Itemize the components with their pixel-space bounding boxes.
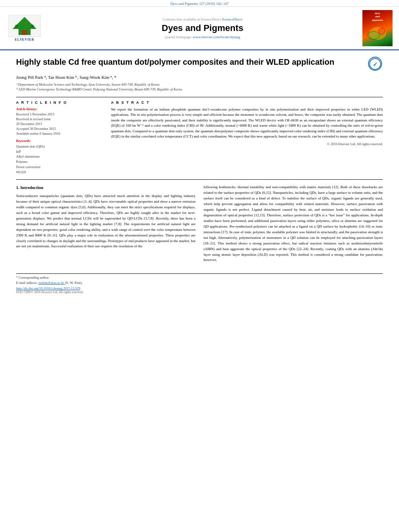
keyword-6: WLED xyxy=(16,170,105,175)
svg-rect-2 xyxy=(22,30,27,35)
email-link[interactable]: swkim@ajou.ac.kr xyxy=(38,281,65,285)
svg-point-4 xyxy=(31,25,34,28)
doi-line: http://dx.doi.org/10.1016/j.dyepig.2015.… xyxy=(16,286,383,290)
elsevier-brand: ELSEVIER xyxy=(6,15,43,41)
section-title-text: Introduction xyxy=(21,185,43,190)
received-revised-label: Received in revised form xyxy=(16,117,105,121)
separator-top xyxy=(16,97,383,97)
journal-citation-bar: Dyes and Pigments 127 (2016) 142–147 xyxy=(0,0,399,7)
article-info-abstract: A R T I C L E I N F O Article history: R… xyxy=(16,101,383,175)
keyword-4: Polymer xyxy=(16,159,105,164)
journal-title-header: Dyes and Pigments xyxy=(47,23,358,33)
svg-point-3 xyxy=(15,25,18,28)
abstract-heading: A B S T R A C T xyxy=(111,101,383,105)
journal-cover-label: dyesandpigments xyxy=(372,12,383,22)
body-content: 1. Introduction Semiconductor nanopartic… xyxy=(16,185,383,265)
doi-link[interactable]: http://dx.doi.org/10.1016/j.dyepig.2015.… xyxy=(16,286,80,290)
footnote-area: * Corresponding author. E-mail address: … xyxy=(16,273,383,294)
journal-header: ELSEVIER Contents lists available at Sci… xyxy=(0,7,399,50)
sciencedirect-link: Contents lists available at ScienceDirec… xyxy=(47,17,358,21)
available-date: Available online 8 January 2016 xyxy=(16,131,105,136)
copyright: © 2016 Elsevier Ltd. All rights reserved… xyxy=(111,142,383,146)
elsevier-logo-area: ELSEVIER xyxy=(6,15,43,41)
intro-paragraph-2: following bottlenecks: thermal instabili… xyxy=(204,185,383,263)
svg-text:✓: ✓ xyxy=(372,61,377,67)
history-label: Article history: xyxy=(16,107,105,111)
journal-citation: Dyes and Pigments 127 (2016) 142–147 xyxy=(170,2,228,6)
article-title-block: Highly stable Cd free quantum dot/polyme… xyxy=(16,57,383,71)
corresponding-author: * Corresponding author. xyxy=(16,275,383,279)
main-content: Highly stable Cd free quantum dot/polyme… xyxy=(0,50,399,300)
email-footnote: E-mail address: swkim@ajou.ac.kr (S.-W. … xyxy=(16,281,383,285)
issn-line: 0143-7208/© 2016 Elsevier Ltd. All right… xyxy=(16,290,383,294)
journal-cover: dyesandpigments xyxy=(362,10,393,46)
section-number: 1. xyxy=(16,185,19,190)
journal-header-center: Contents lists available at ScienceDirec… xyxy=(47,17,358,39)
affiliation-b: ᵇ LED-Marine Convergence Technology R&BD… xyxy=(16,87,383,92)
keyword-2: InP xyxy=(16,149,105,154)
keyword-3: Alkyl aluminium xyxy=(16,154,105,159)
affiliation-a: ᵃ Department of Molecular Science and Te… xyxy=(16,82,383,87)
crossmark-icon: ✓ xyxy=(368,57,382,71)
received-date: Received 5 November 2015 xyxy=(16,112,105,116)
article-info-col: A R T I C L E I N F O Article history: R… xyxy=(16,101,105,175)
journal-homepage: journal homepage: www.elsevier.com/locat… xyxy=(47,35,358,39)
keywords-label: Keywords: xyxy=(16,139,105,143)
abstract-text: We report the formation of an indium pho… xyxy=(111,107,383,140)
article-info-heading: A R T I C L E I N F O xyxy=(16,101,105,105)
separator-body xyxy=(16,179,383,180)
keyword-1: Quantum dots (QDs) xyxy=(16,144,105,149)
intro-section-title: 1. Introduction xyxy=(16,185,195,191)
elsevier-text: ELSEVIER xyxy=(6,38,43,41)
crossmark-svg: ✓ xyxy=(369,58,381,70)
crossmark-area: ✓ xyxy=(367,57,383,71)
intro-paragraph-1: Semiconductor nanoparticles (quantum dot… xyxy=(16,193,195,249)
body-left-col: 1. Introduction Semiconductor nanopartic… xyxy=(16,185,195,265)
keywords-section: Keywords: Quantum dots (QDs) InP Alkyl a… xyxy=(16,139,105,175)
journal-cover-art xyxy=(366,23,390,43)
journal-homepage-url[interactable]: www.elsevier.com/locate/dyepig xyxy=(193,35,240,39)
article-title: Highly stable Cd free quantum dot/polyme… xyxy=(16,57,367,67)
journal-cover-image: dyesandpigments xyxy=(362,10,393,46)
authors-line: Joong Pill Park ᵃ, Tae Hoon Kim ᵇ, Sang-… xyxy=(16,75,383,80)
elsevier-tree-icon xyxy=(8,15,41,37)
accepted-date: Accepted 30 December 2015 xyxy=(16,127,105,131)
body-right-col: following bottlenecks: thermal instabili… xyxy=(204,185,383,265)
svg-point-8 xyxy=(378,28,385,35)
abstract-col: A B S T R A C T We report the formation … xyxy=(111,101,383,175)
sciencedirect-url[interactable]: ScienceDirect xyxy=(222,17,242,21)
affiliations: ᵃ Department of Molecular Science and Te… xyxy=(16,82,383,92)
received-revised-date: 29 December 2015 xyxy=(16,122,105,126)
keyword-5: Down conversion xyxy=(16,164,105,170)
svg-point-7 xyxy=(368,31,380,39)
